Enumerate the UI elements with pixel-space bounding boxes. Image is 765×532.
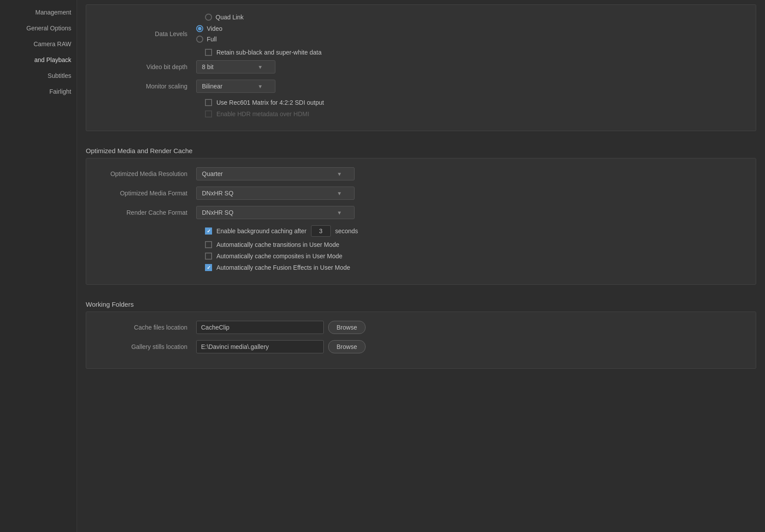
optimized-format-label: Optimized Media Format (99, 190, 196, 197)
gallery-stills-row: Gallery stills location Browse (99, 340, 743, 353)
data-levels-full-row: Full (196, 36, 223, 43)
sidebar: Management General Options Camera RAW an… (0, 0, 77, 532)
data-levels-video-label: Video (207, 25, 223, 32)
rec601-row: Use Rec601 Matrix for 4:2:2 SDI output (99, 99, 743, 106)
monitor-scaling-row: Monitor scaling Bilinear ▾ (99, 80, 743, 93)
working-folders-header: Working Folders (77, 294, 765, 312)
sidebar-item-general-options[interactable]: General Options (0, 20, 77, 36)
chevron-down-icon: ▾ (338, 170, 341, 177)
cache-files-input[interactable] (196, 321, 324, 334)
data-levels-label: Data Levels (99, 30, 196, 37)
hdr-metadata-checkbox[interactable] (205, 110, 212, 117)
background-caching-checkbox[interactable] (205, 227, 212, 235)
background-caching-input[interactable] (311, 225, 331, 237)
optimized-resolution-label: Optimized Media Resolution (99, 170, 196, 177)
data-levels-video-row: Video (196, 25, 223, 32)
seconds-label: seconds (335, 227, 358, 235)
data-levels-video-radio[interactable] (196, 25, 203, 32)
hdr-metadata-label: Enable HDR metadata over HDMI (216, 110, 309, 117)
sidebar-item-subtitles[interactable]: Subtitles (0, 68, 77, 84)
chevron-down-icon: ▾ (338, 190, 341, 197)
chevron-down-icon: ▾ (259, 83, 262, 90)
auto-cache-transitions-checkbox[interactable] (205, 241, 212, 248)
data-levels-full-label: Full (207, 36, 217, 43)
render-cache-label: Render Cache Format (99, 209, 196, 216)
gallery-stills-label: Gallery stills location (99, 343, 196, 350)
cache-files-row: Cache files location Browse (99, 321, 743, 334)
chevron-down-icon: ▾ (338, 209, 341, 216)
auto-cache-composites-checkbox[interactable] (205, 253, 212, 260)
sidebar-item-management[interactable]: Management (0, 4, 77, 20)
retain-subblack-row: Retain sub-black and super-white data (99, 49, 743, 56)
gallery-stills-browse-button[interactable]: Browse (328, 340, 366, 353)
video-output-section: Quad Link Data Levels Video Full Retain … (86, 4, 756, 131)
rec601-label: Use Rec601 Matrix for 4:2:2 SDI output (216, 99, 324, 106)
sidebar-item-camera-raw[interactable]: Camera RAW (0, 36, 77, 52)
retain-subblack-checkbox[interactable] (205, 49, 212, 56)
gallery-stills-input[interactable] (196, 340, 324, 353)
video-bit-depth-row: Video bit depth 8 bit ▾ (99, 60, 743, 73)
auto-cache-transitions-row: Automatically cache transitions in User … (99, 241, 743, 248)
monitor-scaling-select[interactable]: Bilinear ▾ (196, 80, 275, 93)
sidebar-item-fairlight[interactable]: Fairlight (0, 84, 77, 99)
quad-link-label: Quad Link (216, 14, 244, 21)
optimized-section-header: Optimized Media and Render Cache (77, 140, 765, 158)
working-folders-card: Cache files location Browse Gallery stil… (86, 312, 756, 369)
retain-subblack-label: Retain sub-black and super-white data (216, 49, 322, 56)
video-bit-depth-select[interactable]: 8 bit ▾ (196, 60, 275, 73)
background-caching-row: Enable background caching after seconds (99, 225, 743, 237)
auto-cache-transitions-label: Automatically cache transitions in User … (216, 241, 339, 248)
sidebar-item-decode-playback[interactable]: and Playback (0, 52, 77, 68)
cache-files-label: Cache files location (99, 324, 196, 331)
optimized-resolution-row: Optimized Media Resolution Quarter ▾ (99, 167, 743, 180)
cache-files-browse-button[interactable]: Browse (328, 321, 366, 334)
optimized-resolution-select[interactable]: Quarter ▾ (196, 167, 355, 180)
data-levels-full-radio[interactable] (196, 36, 203, 43)
auto-cache-fusion-label: Automatically cache Fusion Effects in Us… (216, 264, 350, 271)
optimized-format-select[interactable]: DNxHR SQ ▾ (196, 187, 355, 200)
chevron-down-icon: ▾ (259, 63, 262, 70)
background-caching-label: Enable background caching after (216, 227, 307, 235)
auto-cache-composites-label: Automatically cache composites in User M… (216, 253, 342, 260)
render-cache-select[interactable]: DNxHR SQ ▾ (196, 206, 355, 219)
video-bit-depth-label: Video bit depth (99, 63, 196, 70)
data-levels-radio-group: Video Full (196, 25, 223, 43)
rec601-checkbox[interactable] (205, 99, 212, 106)
data-levels-row: Data Levels Video Full (99, 25, 743, 43)
optimized-media-card: Optimized Media Resolution Quarter ▾ Opt… (86, 158, 756, 285)
quad-link-radio[interactable] (205, 14, 212, 21)
hdr-metadata-row: Enable HDR metadata over HDMI (99, 110, 743, 117)
auto-cache-fusion-checkbox[interactable] (205, 264, 212, 271)
monitor-scaling-label: Monitor scaling (99, 83, 196, 90)
auto-cache-fusion-row: Automatically cache Fusion Effects in Us… (99, 264, 743, 271)
optimized-format-row: Optimized Media Format DNxHR SQ ▾ (99, 187, 743, 200)
quad-link-row: Quad Link (99, 14, 743, 21)
render-cache-row: Render Cache Format DNxHR SQ ▾ (99, 206, 743, 219)
auto-cache-composites-row: Automatically cache composites in User M… (99, 253, 743, 260)
main-content: Quad Link Data Levels Video Full Retain … (77, 0, 765, 532)
